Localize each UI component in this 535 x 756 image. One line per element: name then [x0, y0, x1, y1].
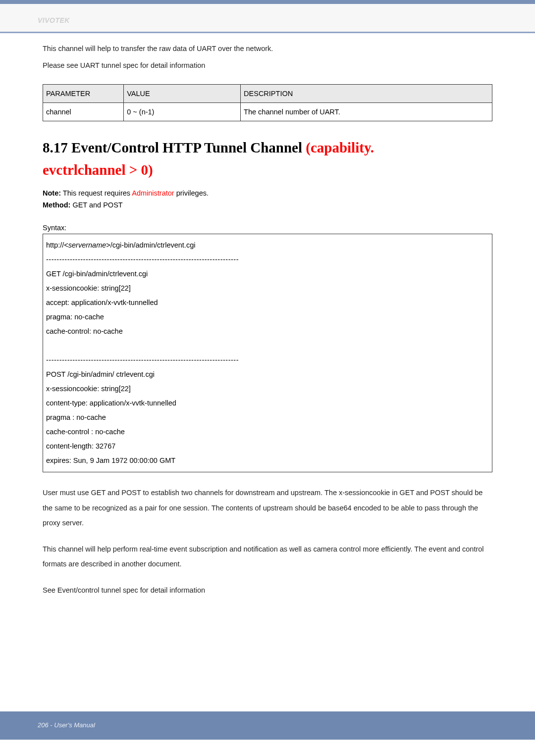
table-header-row: PARAMETER VALUE DESCRIPTION: [43, 85, 492, 103]
heading-red-2: evctrlchannel > 0): [43, 162, 492, 178]
page-footer: 206 - User's Manual: [0, 711, 535, 740]
code-blank: [46, 339, 489, 353]
code-post-3: content-type: application/x-vvtk-tunnell…: [46, 396, 489, 410]
code-post-6: content-length: 32767: [46, 439, 489, 454]
note-red: Administrator: [132, 189, 174, 197]
code-post-4: pragma : no-cache: [46, 410, 489, 425]
note-before: This request requires: [61, 189, 132, 197]
code-get-3: accept: application/x-vvtk-tunnelled: [46, 296, 489, 310]
table-row: channel 0 ~ (n-1) The channel number of …: [43, 103, 492, 121]
intro-line-2: Please see UART tunnel spec for detail i…: [43, 59, 492, 73]
url-servername: servername: [68, 241, 107, 249]
post-para-3: See Event/control tunnel spec for detail…: [43, 583, 492, 598]
url-post: >/cgi-bin/admin/ctrlevent.cgi: [106, 241, 195, 249]
note-after: privileges.: [174, 189, 209, 197]
note-label: Note:: [43, 189, 61, 197]
code-get-4: pragma: no-cache: [46, 310, 489, 324]
section-heading: 8.17 Event/Control HTTP Tunnel Channel (…: [43, 136, 492, 159]
code-post-1: POST /cgi-bin/admin/ ctrlevent.cgi: [46, 367, 489, 382]
code-post-5: cache-control : no-cache: [46, 425, 489, 439]
method-line: Method: GET and POST: [43, 201, 492, 209]
post-para-2: This channel will help perform real-time…: [43, 542, 492, 572]
col-parameter: PARAMETER: [43, 85, 124, 103]
syntax-label: Syntax:: [43, 224, 492, 232]
method-value: GET and POST: [70, 201, 122, 209]
parameters-table: PARAMETER VALUE DESCRIPTION channel 0 ~ …: [43, 84, 492, 121]
page-content: This channel will help to transfer the r…: [0, 33, 535, 711]
footer-text: 206 - User's Manual: [38, 721, 95, 729]
col-description: DESCRIPTION: [241, 85, 492, 103]
col-value: VALUE: [124, 85, 241, 103]
cell-param: channel: [43, 103, 124, 121]
brand-logo: VIVOTEK: [38, 16, 70, 24]
code-sep-2: ----------------------------------------…: [46, 353, 489, 367]
code-url: http://<servername>/cgi-bin/admin/ctrlev…: [46, 238, 489, 252]
post-para-1: User must use GET and POST to establish …: [43, 485, 492, 530]
intro-line-1: This channel will help to transfer the r…: [43, 42, 492, 56]
code-get-2: x-sessioncookie: string[22]: [46, 281, 489, 296]
heading-black: 8.17 Event/Control HTTP Tunnel Channel: [43, 140, 306, 155]
top-border: [0, 0, 535, 4]
code-post-7: expires: Sun, 9 Jam 1972 00:00:00 GMT: [46, 454, 489, 468]
code-post-2: x-sessioncookie: string[22]: [46, 382, 489, 396]
code-get-1: GET /cgi-bin/admin/ctrlevent.cgi: [46, 267, 489, 281]
header-strip: VIVOTEK: [0, 4, 535, 32]
post-paragraphs: User must use GET and POST to establish …: [43, 485, 492, 598]
note-line: Note: This request requires Administrato…: [43, 189, 492, 197]
code-sep-1: ----------------------------------------…: [46, 252, 489, 267]
cell-desc: The channel number of UART.: [241, 103, 492, 121]
heading-red-1: (capability.: [306, 140, 374, 155]
syntax-code-box: http://<servername>/cgi-bin/admin/ctrlev…: [43, 234, 492, 472]
code-get-5: cache-control: no-cache: [46, 324, 489, 339]
cell-value: 0 ~ (n-1): [124, 103, 241, 121]
method-label: Method:: [43, 201, 70, 209]
url-pre: http://<: [46, 241, 68, 249]
